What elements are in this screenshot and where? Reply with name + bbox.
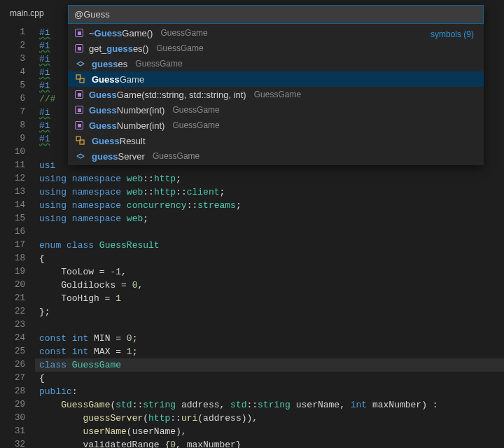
line-number: 23 bbox=[0, 318, 35, 332]
line-number: 29 bbox=[0, 398, 35, 412]
quick-open-palette: symbols (9) ~GuessGame()GuessGameget_gue… bbox=[68, 5, 484, 165]
line-number: 32 bbox=[0, 438, 35, 448]
symbol-label: guesses bbox=[92, 59, 127, 69]
symbol-label: GuessResult bbox=[92, 136, 146, 146]
symbol-label: GuessGame(std::string, std::string, int) bbox=[89, 90, 246, 100]
line-number: 10 bbox=[0, 146, 35, 159]
symbol-results-list: symbols (9) ~GuessGame()GuessGameget_gue… bbox=[68, 24, 484, 165]
field-icon bbox=[75, 58, 86, 69]
method-icon bbox=[75, 121, 83, 130]
symbol-search-input[interactable] bbox=[68, 5, 484, 24]
method-icon bbox=[75, 90, 83, 99]
symbol-result[interactable]: GuessGame bbox=[68, 71, 484, 87]
code-line[interactable]: guessServer(http::uri(address)), bbox=[35, 412, 504, 425]
code-line[interactable]: using namespace concurrency::streams; bbox=[35, 199, 504, 212]
code-line[interactable]: using namespace web::http::client; bbox=[35, 186, 504, 199]
class-icon bbox=[75, 74, 86, 85]
code-line[interactable]: const int MIN = 0; bbox=[35, 332, 504, 345]
code-line[interactable]: TooLow = -1, bbox=[35, 265, 504, 279]
line-number: 15 bbox=[0, 212, 35, 225]
line-number: 27 bbox=[0, 372, 35, 385]
line-number: 17 bbox=[0, 239, 35, 252]
code-line[interactable]: { bbox=[35, 252, 504, 265]
line-number: 8 bbox=[0, 119, 35, 132]
code-line[interactable] bbox=[35, 225, 504, 239]
line-number: 16 bbox=[0, 225, 35, 239]
symbol-detail: GuessGame bbox=[254, 90, 301, 99]
symbol-result[interactable]: get_guesses()GuessGame bbox=[68, 41, 484, 56]
symbol-label: GuessGame bbox=[92, 74, 144, 85]
code-line[interactable]: using namespace web::http; bbox=[35, 172, 504, 186]
symbol-detail: GuessGame bbox=[172, 105, 219, 115]
line-number: 7 bbox=[0, 106, 35, 119]
line-number: 3 bbox=[0, 52, 35, 66]
symbol-result[interactable]: GuessNumber(int)GuessGame bbox=[68, 118, 484, 133]
line-number: 19 bbox=[0, 265, 35, 279]
line-number: 20 bbox=[0, 279, 35, 292]
code-line[interactable]: { bbox=[35, 372, 504, 385]
method-icon bbox=[75, 106, 83, 114]
code-line[interactable]: userName(userName), bbox=[35, 425, 504, 438]
code-line[interactable]: validatedRange {0, maxNumber} bbox=[35, 438, 504, 448]
line-number: 12 bbox=[0, 172, 35, 186]
symbol-label: GuessNumber(int) bbox=[89, 105, 164, 115]
line-number: 9 bbox=[0, 132, 35, 146]
code-line[interactable]: TooHigh = 1 bbox=[35, 292, 504, 305]
code-line[interactable]: using namespace web; bbox=[35, 212, 504, 225]
line-number: 18 bbox=[0, 252, 35, 265]
symbol-result[interactable]: GuessGame(std::string, std::string, int)… bbox=[68, 87, 484, 102]
line-number: 1 bbox=[0, 26, 35, 39]
code-line[interactable]: const int MAX = 1; bbox=[35, 345, 504, 358]
symbol-result[interactable]: GuessNumber(int)GuessGame bbox=[68, 102, 484, 118]
symbol-label: GuessNumber(int) bbox=[89, 120, 164, 131]
code-line[interactable]: public: bbox=[35, 385, 504, 398]
line-number: 5 bbox=[0, 79, 35, 92]
line-number: 6 bbox=[0, 92, 35, 106]
line-number: 28 bbox=[0, 385, 35, 398]
line-number: 22 bbox=[0, 305, 35, 318]
symbol-detail: GuessGame bbox=[156, 43, 203, 53]
method-icon bbox=[75, 29, 83, 37]
line-number: 11 bbox=[0, 159, 35, 172]
symbol-label: get_guesses() bbox=[89, 43, 148, 54]
code-line[interactable]: enum class GuessResult bbox=[35, 239, 504, 252]
line-number: 25 bbox=[0, 345, 35, 358]
code-line[interactable]: }; bbox=[35, 305, 504, 318]
field-icon bbox=[75, 150, 86, 162]
code-line[interactable]: class GuessGame bbox=[35, 358, 504, 372]
line-number: 30 bbox=[0, 412, 35, 425]
symbols-count-badge: symbols (9) bbox=[430, 29, 474, 39]
symbol-detail: GuessGame bbox=[135, 59, 182, 69]
line-number: 13 bbox=[0, 186, 35, 199]
symbol-detail: GuessGame bbox=[153, 151, 200, 161]
code-line[interactable]: GuessGame(std::string address, std::stri… bbox=[35, 398, 504, 412]
line-number: 24 bbox=[0, 332, 35, 345]
method-icon bbox=[75, 44, 83, 52]
code-line[interactable] bbox=[35, 318, 504, 332]
symbol-result[interactable]: guessesGuessGame bbox=[68, 56, 484, 71]
class-icon bbox=[75, 135, 86, 146]
code-line[interactable]: Goldilocks = 0, bbox=[35, 279, 504, 292]
line-number: 26 bbox=[0, 358, 35, 372]
line-number: 4 bbox=[0, 66, 35, 79]
symbol-result[interactable]: ~GuessGame()GuessGame bbox=[68, 25, 484, 41]
symbol-label: ~GuessGame() bbox=[89, 28, 153, 38]
line-number: 21 bbox=[0, 292, 35, 305]
line-number-gutter: 1234567891011121314151617181920212223242… bbox=[0, 24, 35, 448]
symbol-result[interactable]: guessServerGuessGame bbox=[68, 148, 484, 164]
tab-main-cpp[interactable]: main.cpp bbox=[0, 3, 61, 24]
symbol-detail: GuessGame bbox=[172, 120, 219, 130]
line-number: 2 bbox=[0, 39, 35, 52]
line-number: 14 bbox=[0, 199, 35, 212]
symbol-detail: GuessGame bbox=[160, 28, 207, 38]
symbol-result[interactable]: GuessResult bbox=[68, 133, 484, 148]
line-number: 31 bbox=[0, 425, 35, 438]
symbol-label: guessServer bbox=[92, 151, 145, 162]
